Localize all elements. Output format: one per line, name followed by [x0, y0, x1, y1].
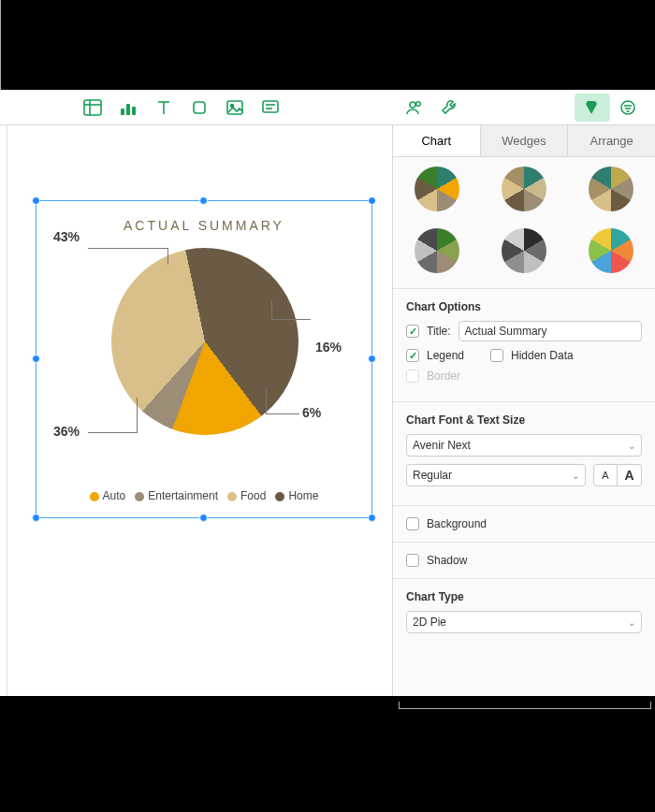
background-section: Background: [393, 506, 655, 543]
leader-line: [167, 248, 168, 265]
legend-swatch: [90, 492, 99, 501]
annotation-bracket: [399, 702, 651, 709]
resize-handle[interactable]: [199, 196, 208, 205]
legend-swatch: [135, 492, 144, 501]
chart-legend[interactable]: Auto Entertainment Food Home: [36, 489, 371, 502]
leader-line: [266, 389, 267, 414]
insert-chart-button[interactable]: [110, 94, 146, 122]
shadow-section: Shadow: [393, 543, 655, 579]
slice-label-auto: 16%: [315, 340, 342, 355]
font-size-stepper: A A: [593, 464, 642, 486]
shadow-checkbox[interactable]: [406, 554, 419, 567]
svg-rect-0: [84, 100, 101, 115]
slice-label-home: 43%: [53, 229, 80, 244]
tab-wedges[interactable]: Wedges: [480, 125, 568, 156]
chart-font-section: Chart Font & Text Size Avenir Next⌄ Regu…: [393, 402, 655, 506]
border-checkbox: [406, 370, 419, 383]
toolbar: [0, 90, 655, 125]
chart-style-swatch[interactable]: [415, 228, 459, 273]
slice-label-entertainment: 6%: [302, 405, 321, 420]
svg-rect-9: [227, 101, 242, 114]
legend-checkbox[interactable]: [406, 349, 419, 362]
border-label: Border: [427, 370, 460, 383]
collaborate-button[interactable]: [396, 94, 431, 122]
format-inspector-button[interactable]: [575, 94, 610, 122]
app-window: ACTUAL SUMMARY 43% 16% 6%: [0, 90, 655, 696]
legend-item: Auto: [90, 489, 126, 502]
chart-selection-frame[interactable]: ACTUAL SUMMARY 43% 16% 6%: [36, 200, 372, 518]
section-heading: Chart Type: [406, 590, 642, 603]
chart-style-swatch[interactable]: [502, 228, 546, 273]
page: ACTUAL SUMMARY 43% 16% 6%: [7, 125, 392, 696]
svg-rect-5: [132, 107, 136, 115]
svg-rect-4: [126, 104, 130, 115]
resize-handle[interactable]: [368, 514, 376, 522]
legend-swatch: [227, 492, 237, 501]
legend-item: Entertainment: [135, 489, 218, 502]
slice-label-food: 36%: [53, 424, 80, 439]
chevron-down-icon: ⌄: [628, 441, 635, 451]
hidden-data-checkbox[interactable]: [490, 349, 503, 362]
chart-title[interactable]: ACTUAL SUMMARY: [36, 218, 371, 233]
section-heading: Chart Options: [406, 300, 642, 313]
resize-handle[interactable]: [368, 355, 376, 363]
leader-line: [137, 398, 138, 433]
insert-text-button[interactable]: [146, 94, 182, 122]
svg-point-18: [621, 101, 634, 114]
svg-rect-8: [194, 102, 205, 113]
tools-button[interactable]: [431, 94, 467, 122]
legend-item: Home: [275, 489, 318, 502]
resize-handle[interactable]: [199, 514, 208, 522]
chart-style-swatch[interactable]: [502, 167, 546, 211]
leader-line: [271, 319, 311, 320]
leader-line: [88, 432, 137, 433]
section-heading: Chart Font & Text Size: [406, 413, 642, 427]
font-family-select[interactable]: Avenir Next⌄: [406, 434, 642, 457]
annotation-line: [0, 0, 1, 90]
svg-point-14: [410, 102, 415, 108]
resize-handle[interactable]: [368, 196, 376, 205]
legend-swatch: [275, 492, 284, 501]
leader-line: [266, 413, 299, 414]
chart-style-swatch[interactable]: [415, 167, 459, 211]
font-size-increase-button[interactable]: A: [618, 464, 642, 486]
insert-media-button[interactable]: [217, 94, 253, 122]
font-style-select[interactable]: Regular⌄: [406, 464, 586, 486]
chevron-down-icon: ⌄: [572, 471, 579, 481]
format-inspector: Chart Wedges Arrange Chart Options Title…: [393, 125, 655, 696]
resize-handle[interactable]: [32, 355, 40, 363]
chart-style-swatch[interactable]: [589, 228, 633, 273]
title-label: Title:: [427, 325, 451, 338]
shadow-label: Shadow: [427, 554, 467, 567]
insert-table-button[interactable]: [75, 94, 110, 122]
legend-item: Food: [227, 489, 266, 502]
workspace: ACTUAL SUMMARY 43% 16% 6%: [0, 125, 655, 696]
chart-type-select[interactable]: 2D Pie⌄: [406, 611, 642, 633]
chevron-down-icon: ⌄: [628, 617, 635, 628]
tab-arrange[interactable]: Arrange: [567, 125, 655, 156]
chart-type-section: Chart Type 2D Pie⌄: [393, 579, 655, 645]
background-checkbox[interactable]: [406, 517, 419, 530]
hidden-data-label: Hidden Data: [511, 349, 574, 362]
chart-styles-grid: [393, 157, 655, 289]
resize-handle[interactable]: [32, 514, 40, 522]
title-field[interactable]: Actual Summary: [458, 321, 642, 341]
tab-chart[interactable]: Chart: [393, 125, 480, 156]
chart-options-section: Chart Options Title: Actual Summary Lege…: [393, 289, 655, 402]
title-checkbox[interactable]: [406, 325, 419, 338]
font-size-decrease-button[interactable]: A: [593, 464, 618, 486]
svg-rect-11: [263, 101, 278, 112]
inspector-tabs: Chart Wedges Arrange: [393, 125, 655, 157]
leader-line: [88, 248, 167, 249]
document-canvas[interactable]: ACTUAL SUMMARY 43% 16% 6%: [0, 125, 393, 696]
chart-style-swatch[interactable]: [589, 167, 633, 211]
insert-comment-button[interactable]: [253, 94, 288, 122]
ruler-edge: [0, 125, 7, 696]
pie-chart[interactable]: [111, 248, 298, 435]
organize-inspector-button[interactable]: [610, 94, 646, 122]
leader-line: [271, 300, 272, 319]
legend-label: Legend: [427, 349, 483, 362]
svg-rect-3: [121, 109, 124, 115]
insert-shape-button[interactable]: [182, 94, 217, 122]
resize-handle[interactable]: [32, 196, 40, 205]
